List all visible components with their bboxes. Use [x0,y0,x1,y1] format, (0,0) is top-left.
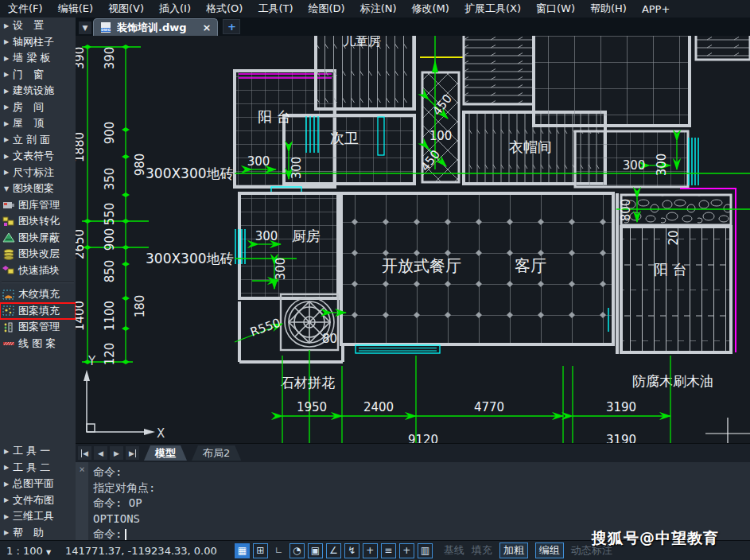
object-snap-icon[interactable]: ▣ [308,543,323,558]
menu-dimension[interactable]: 标注(N) [360,2,397,16]
ortho-icon[interactable]: ∟ [271,543,286,558]
menu-draw[interactable]: 绘图(D) [309,2,345,16]
menu-format[interactable]: 格式(O) [206,2,243,16]
zwcad-window: 文件(F) 编辑(E) 视图(V) 插入(I) 格式(O) 工具(T) 绘图(D… [0,0,750,560]
tool-sidebar: ▶设 置 ▶轴网柱子 ▶墙 梁 板 ▶门 窗 ▶建筑设施 ▶房 间 ▶屋 顶 ▶… [0,18,76,541]
quick-properties-icon[interactable]: + [399,543,414,558]
sidebar-item-block-layer[interactable]: 图块改层 [0,246,76,262]
svg-text:300: 300 [655,154,669,177]
sidebar-item-dimension[interactable]: ▶尺寸标注 [0,165,76,181]
sidebar-item-tools-1[interactable]: ▶工 具 一 [0,443,76,460]
sidebar-item-3d-tools[interactable]: ▶三维工具 [0,508,76,525]
sidebar-item-facilities[interactable]: ▶建筑设施 [0,83,76,99]
toggle-fill[interactable]: 填充 [472,543,492,558]
sidebar-item-pattern-hatch[interactable]: 图案填充 [0,303,76,320]
stone-band [621,195,731,225]
new-tab-button[interactable]: + [223,19,240,34]
menu-help[interactable]: 帮助(H) [590,2,627,16]
layer-stack-icon [2,248,15,260]
status-toggle-icons: ▦ ⊞ ∟ ◔ ▣ ∠ ↯ + ≡ + ▥ [235,543,433,558]
sidebar-item-tools-2[interactable]: ▶工 具 二 [0,460,76,476]
dim-label: 2650 [76,229,87,259]
sidebar-item-block-convert[interactable]: 图块转化 [0,213,76,230]
dim-label: 390 [103,47,117,70]
menu-modify[interactable]: 修改(M) [412,2,449,16]
chevron-right-icon: ▶ [4,513,13,520]
sidebar-item-line-pattern[interactable]: 线 图 案 [0,336,76,352]
svg-text:3190: 3190 [606,433,636,443]
tab-model[interactable]: 模型 [144,445,187,461]
menu-edit[interactable]: 编辑(E) [58,2,93,16]
document-tab[interactable]: DWG 装饰培训.dwg × [93,18,218,36]
sidebar-item-door-window[interactable]: ▶门 窗 [0,67,76,84]
svg-text:Y: Y [87,354,96,368]
sidebar-item-axis-grid[interactable]: ▶轴网柱子 [0,34,76,51]
dim-label: 350 [103,168,117,191]
sidebar-item-block-mask[interactable]: 图块屏蔽 [0,230,76,247]
room-top-corner [696,36,750,60]
grid-display-icon[interactable]: ▦ [235,543,250,558]
tab-layout2[interactable]: 布局2 [192,445,241,461]
sidebar-item-quick-insert[interactable]: 快速插块 [0,262,76,279]
menu-window[interactable]: 窗口(W) [536,2,575,16]
svg-text:DWG: DWG [101,28,111,32]
menu-tools[interactable]: 工具(T) [258,2,293,16]
menu-app-plus[interactable]: APP+ [642,3,670,15]
sidebar-item-elevation[interactable]: ▶立 剖 面 [0,132,76,149]
room-label-dining: 开放式餐厅 [382,256,461,275]
room-label-children: 儿童房 [343,36,381,49]
prev-layout-button[interactable]: ◀ [94,446,107,460]
svg-text:X: X [157,426,165,441]
sidebar-item-pattern-manager[interactable]: 图案管理 [0,319,76,336]
menu-view[interactable]: 视图(V) [108,2,144,16]
polar-tracking-icon[interactable]: ◔ [290,543,305,558]
dim-label: 390 [76,47,87,70]
menu-file[interactable]: 文件(F) [8,2,43,16]
room-label-balcony-left: 阳 台 [258,108,291,125]
next-layout-button[interactable]: ▶ [110,446,123,460]
lineweight-icon[interactable]: ≡ [381,543,396,558]
chevron-down-icon: ▼ [4,185,13,192]
svg-text:300: 300 [274,258,288,281]
sidebar-item-block-pattern[interactable]: ▼图块图案 [0,181,76,197]
last-layout-button[interactable]: ▶ [126,446,139,460]
menu-bar: 文件(F) 编辑(E) 视图(V) 插入(I) 格式(O) 工具(T) 绘图(D… [0,0,750,18]
toggle-baseline[interactable]: 基线 [444,543,464,558]
drawing-canvas[interactable]: 390 1880 2650 1400 390 900 350 550 900 8… [76,36,750,443]
sidebar-item-site-plan[interactable]: ▶总图平面 [0,476,76,492]
tab-list-dropdown[interactable]: ▼ [79,21,91,34]
close-tab-icon[interactable]: × [203,21,212,33]
sidebar-item-help[interactable]: ▶帮 助 [0,525,76,542]
sidebar-item-wood-hatch[interactable]: 木纹填充 [0,286,76,303]
chevron-right-icon: ▶ [4,88,13,95]
close-command-icon[interactable]: × [79,464,84,475]
toggle-group[interactable]: 编组 [535,542,564,558]
chevron-right-icon: ▶ [4,38,13,45]
room-label-cloakroom: 衣帽间 [509,138,552,155]
sidebar-item-file-layout[interactable]: ▶文件布图 [0,492,76,509]
chevron-right-icon: ▶ [4,136,13,143]
dynamic-input-icon[interactable]: ↯ [344,543,359,558]
snap-grid-icon[interactable]: ⊞ [253,543,268,558]
snap-angle-icon[interactable]: ∠ [326,543,341,558]
sidebar-item-roof[interactable]: ▶屋 顶 [0,115,76,132]
sidebar-item-library-manager[interactable]: 图库管理 [0,197,76,214]
sidebar-item-settings[interactable]: ▶设 置 [0,18,76,34]
toggle-bold[interactable]: 加粗 [499,542,528,558]
sidebar-item-wall-beam[interactable]: ▶墙 梁 板 [0,50,76,67]
first-layout-button[interactable]: ◀ [78,446,91,460]
chevron-right-icon: ▶ [4,464,13,471]
sidebar-item-text-symbols[interactable]: ▶文表符号 [0,148,76,165]
snap-plus-icon[interactable]: + [363,543,378,558]
sidebar-item-room[interactable]: ▶房 间 [0,99,76,116]
scale-selector[interactable]: 1 : 100 ▼ [6,545,51,557]
annotation-scale-icon[interactable]: ▥ [418,543,433,558]
room-label-bathroom2: 次卫 [330,130,359,146]
chevron-down-icon: ▼ [83,24,88,32]
menu-insert[interactable]: 插入(I) [159,2,191,16]
line-pattern-icon [2,337,15,349]
pattern-hatch-icon [2,305,15,317]
coordinates-readout: 141771.37, -119234.33, 0.00 [62,545,220,557]
dim-label: 1880 [76,132,87,162]
menu-express-tools[interactable]: 扩展工具(X) [464,2,521,16]
